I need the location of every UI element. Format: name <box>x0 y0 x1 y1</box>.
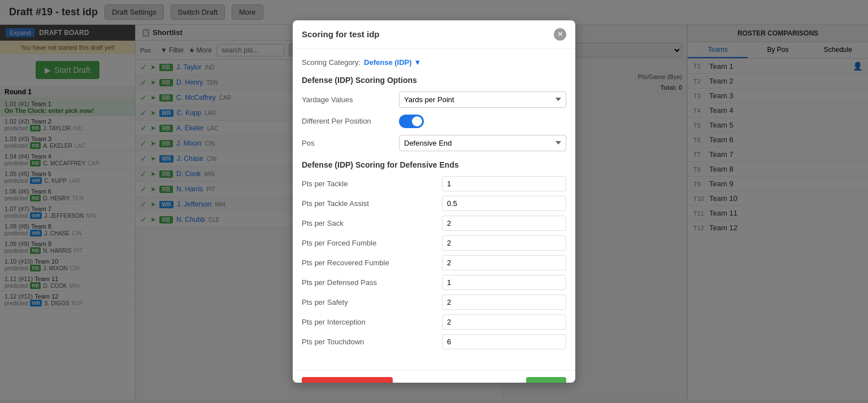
scoring-input[interactable] <box>442 235 566 251</box>
scoring-label: Pts per Tackle Assist <box>302 199 442 208</box>
modal-title: Scoring for test idp <box>302 29 380 39</box>
different-per-position-row: Different Per Position <box>302 115 566 128</box>
pos-label: Pos <box>302 139 392 147</box>
scoring-label: Pts per Touchdown <box>302 338 442 346</box>
scoring-rows: Pts per Tackle Pts per Tackle Assist Pts… <box>302 176 566 349</box>
scoring-row: Pts per Touchdown <box>302 334 566 349</box>
scoring-row: Pts per Defensed Pass <box>302 275 566 290</box>
scoring-input[interactable] <box>442 275 566 290</box>
modal-overlay: Scoring for test idp ✕ Scoring Category:… <box>0 0 868 400</box>
yardage-values-row: Yardage Values Yards per Point <box>302 91 566 108</box>
scoring-label: Pts per Recovered Fumble <box>302 259 442 267</box>
scoring-category-row: Scoring Category: Defense (IDP) ▼ <box>302 58 566 67</box>
scoring-label: Pts per Tackle <box>302 179 442 188</box>
scoring-input[interactable] <box>442 255 566 270</box>
scoring-row: Pts per Interception <box>302 314 566 330</box>
scoring-row: Pts per Tackle Assist <box>302 196 566 211</box>
scoring-input[interactable] <box>442 334 566 349</box>
scoring-row: Pts per Recovered Fumble <box>302 255 566 270</box>
modal-close-button[interactable]: ✕ <box>554 28 566 41</box>
scoring-section-title: Defense (IDP) Scoring for Defensive Ends <box>302 160 566 169</box>
scoring-input[interactable] <box>442 196 566 211</box>
scoring-label: Pts per Interception <box>302 318 442 326</box>
modal-footer: Clear Above Settings Done <box>293 370 575 383</box>
scoring-row: Pts per Sack <box>302 216 566 231</box>
scoring-row: Pts per Safety <box>302 295 566 310</box>
different-per-position-label: Different Per Position <box>302 117 392 125</box>
section1-title: Defense (IDP) Scoring Options <box>302 76 566 85</box>
pos-select[interactable]: Defensive End <box>399 135 566 151</box>
scoring-row: Pts per Forced Fumble <box>302 235 566 251</box>
scoring-input[interactable] <box>442 216 566 231</box>
scoring-modal: Scoring for test idp ✕ Scoring Category:… <box>293 20 575 383</box>
scoring-category-label: Scoring Category: <box>302 58 361 67</box>
scoring-label: Pts per Forced Fumble <box>302 239 442 247</box>
scoring-input[interactable] <box>442 176 566 191</box>
pos-row: Pos Defensive End <box>302 135 566 151</box>
scoring-input[interactable] <box>442 314 566 330</box>
yardage-values-select[interactable]: Yards per Point <box>399 91 566 108</box>
modal-header: Scoring for test idp ✕ <box>293 20 575 49</box>
scoring-label: Pts per Defensed Pass <box>302 278 442 287</box>
scoring-input[interactable] <box>442 295 566 310</box>
scoring-section: Defense (IDP) Scoring for Defensive Ends… <box>302 160 566 349</box>
toggle-slider <box>399 115 424 128</box>
scoring-label: Pts per Safety <box>302 298 442 306</box>
scoring-category-value[interactable]: Defense (IDP) ▼ <box>364 58 421 67</box>
dropdown-icon: ▼ <box>414 58 422 67</box>
different-per-position-toggle[interactable] <box>399 115 424 128</box>
scoring-row: Pts per Tackle <box>302 176 566 191</box>
done-button[interactable]: Done <box>526 377 566 383</box>
modal-body: Scoring Category: Defense (IDP) ▼ Defens… <box>293 49 575 365</box>
clear-settings-button[interactable]: Clear Above Settings <box>302 377 393 383</box>
scoring-label: Pts per Sack <box>302 219 442 227</box>
yardage-values-label: Yardage Values <box>302 95 392 104</box>
